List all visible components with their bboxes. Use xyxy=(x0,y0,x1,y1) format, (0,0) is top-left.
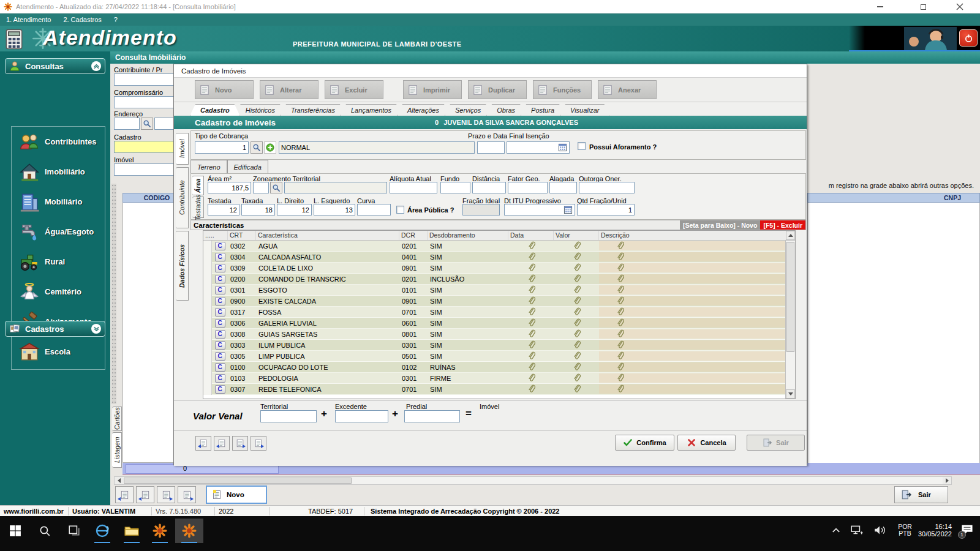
l-direito-input[interactable] xyxy=(277,204,312,216)
descricao-attachment-icon[interactable] xyxy=(616,296,624,305)
characteristic-button[interactable]: C xyxy=(215,275,225,283)
characteristic-button[interactable]: C xyxy=(215,264,225,272)
characteristic-button[interactable]: C xyxy=(215,363,225,372)
dialog-tab[interactable]: Visualizar xyxy=(560,104,610,116)
testadas-side-tab[interactable]: Testadas xyxy=(192,197,204,218)
file-explorer-button[interactable] xyxy=(118,519,146,543)
grid-scrollbar-thumb[interactable] xyxy=(786,242,794,352)
predial-input[interactable] xyxy=(404,410,460,422)
cnpj-grid[interactable] xyxy=(807,203,980,463)
network-icon[interactable] xyxy=(850,525,864,536)
tab-cartoes[interactable]: Cartões xyxy=(112,407,122,431)
descricao-attachment-icon[interactable] xyxy=(616,274,624,283)
calendar-icon[interactable] xyxy=(564,205,573,216)
app-window-active-button[interactable] xyxy=(175,519,203,543)
dialog-tab[interactable]: Postura xyxy=(521,104,565,116)
column-header[interactable]: Descrição xyxy=(599,231,795,240)
valor-attachment-icon[interactable] xyxy=(573,252,581,261)
characteristic-button[interactable]: C xyxy=(215,253,225,261)
side-tab-contribuinte[interactable]: Contribuinte xyxy=(176,167,189,228)
dlg-record-first-button[interactable] xyxy=(195,436,211,451)
data-attachment-icon[interactable] xyxy=(527,362,535,372)
valor-attachment-icon[interactable] xyxy=(573,351,581,361)
characteristic-button[interactable]: C xyxy=(215,319,225,328)
descricao-attachment-icon[interactable] xyxy=(616,252,624,261)
possui-aforamento-checkbox[interactable] xyxy=(578,142,586,150)
descricao-attachment-icon[interactable] xyxy=(616,318,624,328)
table-row[interactable]: C 0301 ESGOTO 0101 SIM xyxy=(203,285,795,296)
minimize-button[interactable] xyxy=(866,0,894,13)
tipo-cobranca-name-field[interactable] xyxy=(279,141,475,154)
data-attachment-icon[interactable] xyxy=(527,285,535,294)
table-row[interactable]: C 0100 OCUPACAO DO LOTE 0102 RUÍNAS xyxy=(203,362,795,373)
column-header[interactable]: Data xyxy=(508,231,554,240)
sidebar-item[interactable]: Mobiliário xyxy=(12,187,105,217)
distancia-input[interactable] xyxy=(472,182,506,193)
dlg-record-prev-button[interactable] xyxy=(214,436,230,451)
notification-center-button[interactable]: 1 xyxy=(960,523,974,538)
fator-geo-input[interactable] xyxy=(508,182,548,193)
excedente-input[interactable] xyxy=(335,410,388,422)
aliquota-input[interactable] xyxy=(390,182,437,193)
dialog-tab[interactable]: Transferências xyxy=(281,104,345,116)
data-attachment-icon[interactable] xyxy=(527,241,535,250)
menu-item[interactable]: 1. Atendimento xyxy=(0,15,57,24)
descricao-attachment-icon[interactable] xyxy=(616,340,624,350)
valor-attachment-icon[interactable] xyxy=(573,373,581,383)
data-attachment-icon[interactable] xyxy=(527,274,535,283)
dialog-toolbar-button[interactable]: Funções xyxy=(533,80,592,99)
sidebar-item[interactable]: Escola xyxy=(12,337,105,367)
dialog-toolbar-button[interactable]: Anexar xyxy=(598,80,657,99)
prazo-input[interactable] xyxy=(477,141,505,154)
table-row[interactable]: C 0200 COMANDO DE TRANSCRIC 0201 INCLUSÃ… xyxy=(203,274,795,285)
table-row[interactable]: C 0309 COLETA DE LIXO 0901 SIM xyxy=(203,263,795,274)
descricao-attachment-icon[interactable] xyxy=(616,362,624,372)
area-side-tab[interactable]: Área xyxy=(192,176,204,195)
descricao-attachment-icon[interactable] xyxy=(616,263,624,272)
dialog-tab[interactable]: Históricos xyxy=(235,104,285,116)
characteristic-button[interactable]: C xyxy=(215,242,225,250)
sidebar-group-cadastros[interactable]: Cadastros xyxy=(5,321,105,337)
dialog-tab[interactable]: Lançamentos xyxy=(341,104,402,116)
table-row[interactable]: C 0317 FOSSA 0701 SIM xyxy=(203,307,795,318)
characteristic-button[interactable]: C xyxy=(215,286,225,294)
valor-attachment-icon[interactable] xyxy=(573,329,581,339)
consulta-sair-button[interactable]: Sair xyxy=(894,486,948,503)
record-last-button[interactable] xyxy=(178,486,196,503)
table-row[interactable]: C 0900 EXISTE CALCADA 0901 SIM xyxy=(203,296,795,307)
scroll-left-button[interactable] xyxy=(115,477,123,484)
scrollbar-thumb[interactable] xyxy=(124,478,352,484)
zoneamento-name-field[interactable] xyxy=(284,182,387,193)
table-row[interactable]: C 0306 GALERIA FLUVIAL 0601 SIM xyxy=(203,318,795,329)
characteristic-button[interactable]: C xyxy=(215,374,225,383)
characteristic-button[interactable]: C xyxy=(215,297,225,305)
table-row[interactable]: C 0302 AGUA 0201 SIM xyxy=(203,241,795,252)
valor-attachment-icon[interactable] xyxy=(573,274,581,283)
menu-item[interactable]: 2. Cadastros xyxy=(57,15,107,24)
valor-attachment-icon[interactable] xyxy=(573,340,581,350)
outorga-input[interactable] xyxy=(579,182,635,193)
data-attachment-icon[interactable] xyxy=(527,384,535,394)
sidebar-item[interactable]: Cemitério xyxy=(12,277,105,307)
column-header[interactable]: Desdobramento xyxy=(428,231,508,240)
descricao-attachment-icon[interactable] xyxy=(616,329,624,339)
terreno-tab[interactable]: Edificada xyxy=(227,160,268,173)
grid-scroll-down-button[interactable] xyxy=(786,389,795,399)
dialog-toolbar-button[interactable]: Excluir xyxy=(325,80,383,99)
tipo-cobranca-code-input[interactable] xyxy=(195,141,249,154)
taxada-input[interactable] xyxy=(241,204,275,216)
valor-attachment-icon[interactable] xyxy=(573,384,581,394)
column-header[interactable]: Valor xyxy=(554,231,599,240)
characteristic-button[interactable]: C xyxy=(215,330,225,339)
sidebar-item[interactable]: Água/Esgoto xyxy=(12,217,105,247)
calendar-icon[interactable] xyxy=(558,143,567,153)
sidebar-group-consultas[interactable]: Consultas xyxy=(5,58,105,74)
column-header[interactable]: DCR xyxy=(399,231,428,240)
fracao-ideal-input[interactable] xyxy=(462,204,500,216)
testada-input[interactable] xyxy=(208,204,239,216)
record-first-button[interactable] xyxy=(115,486,134,503)
dlg-record-last-button[interactable] xyxy=(251,436,266,451)
dialog-tab[interactable]: Serviços xyxy=(445,104,491,116)
valor-attachment-icon[interactable] xyxy=(573,318,581,328)
dlg-record-next-button[interactable] xyxy=(232,436,248,451)
